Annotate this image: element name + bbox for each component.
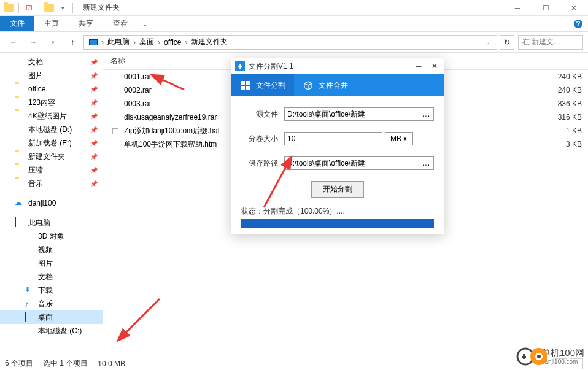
nav-recent-button[interactable]: ▾ xyxy=(44,34,61,50)
chevron-right-icon[interactable]: › xyxy=(100,38,105,47)
pic-icon xyxy=(25,258,34,268)
qat-checkbox-icon[interactable]: ☑ xyxy=(23,2,35,14)
status-size: 10.0 MB xyxy=(98,360,125,368)
address-bar: ← → ▾ ↑ › 此电脑 › 桌面 › office › 新建文件夹 ⌄ ↻ … xyxy=(0,32,588,53)
tab-merge-label: 文件合并 xyxy=(319,80,348,91)
chevron-right-icon[interactable]: › xyxy=(184,38,188,47)
source-input[interactable] xyxy=(284,107,419,121)
pin-icon: 📌 xyxy=(90,72,98,79)
tab-home[interactable]: 主页 xyxy=(34,16,69,31)
tree-item[interactable]: 文档📌 xyxy=(0,55,103,69)
dialog-close-button[interactable]: ✕ xyxy=(429,61,440,72)
disk-icon xyxy=(25,326,34,336)
breadcrumb-pc-icon[interactable] xyxy=(87,39,100,45)
tab-file[interactable]: 文件 xyxy=(0,16,34,31)
pin-icon: 📌 xyxy=(90,180,98,187)
breadcrumb-item[interactable]: 新建文件夹 xyxy=(188,37,230,47)
watermark: 单机100网 danji100.com xyxy=(516,345,584,368)
chevron-right-icon[interactable]: › xyxy=(132,38,137,47)
ribbon-expand-icon[interactable]: ⌄ xyxy=(137,16,152,31)
tree-item[interactable]: ☁danji100 xyxy=(0,196,103,210)
tree-item[interactable]: 4K壁纸图片📌 xyxy=(0,109,103,123)
file-name: 单机100手游网下载帮助.htm xyxy=(124,139,217,150)
file-name: 0003.rar xyxy=(124,99,152,108)
rar-icon xyxy=(110,99,120,109)
browse-source-button[interactable]: ... xyxy=(419,107,434,121)
tree-item[interactable]: 123内容📌 xyxy=(0,96,103,109)
tree-item-label: 新加载卷 (E:) xyxy=(28,138,72,148)
nav-up-button[interactable]: ↑ xyxy=(64,34,81,50)
breadcrumb-item[interactable]: 桌面 xyxy=(137,37,157,47)
nav-forward-button[interactable]: → xyxy=(25,34,42,50)
help-icon[interactable]: ? xyxy=(573,16,588,31)
close-button[interactable]: ✕ xyxy=(560,0,588,16)
dialog-minimize-button[interactable]: ─ xyxy=(413,61,424,72)
doc-icon xyxy=(25,272,34,282)
tree-item[interactable]: 图片 xyxy=(0,256,103,270)
tree-item[interactable]: 压缩📌 xyxy=(0,163,103,177)
pin-icon: 📌 xyxy=(90,126,98,133)
folder-icon xyxy=(15,165,25,175)
tree-item[interactable]: 新建文件夹📌 xyxy=(0,150,103,163)
maximize-button[interactable]: ☐ xyxy=(532,0,560,16)
minimize-button[interactable]: ─ xyxy=(503,0,532,16)
svg-text:?: ? xyxy=(576,20,580,28)
breadcrumb[interactable]: › 此电脑 › 桌面 › office › 新建文件夹 ⌄ xyxy=(83,35,497,50)
size-input[interactable] xyxy=(284,132,382,145)
tree-item[interactable]: ⬇下载 xyxy=(0,283,103,297)
file-split-dialog: ✚ 文件分割V1.1 ─ ✕ 文件分割 文件合并 源文件 ... 分卷大小 xyxy=(231,58,444,234)
savepath-label: 保存路径 xyxy=(241,158,284,169)
pic-icon xyxy=(15,71,25,80)
pc-icon xyxy=(15,218,25,228)
breadcrumb-item[interactable]: 此电脑 xyxy=(105,37,132,47)
rar-icon xyxy=(110,85,120,95)
dialog-titlebar[interactable]: ✚ 文件分割V1.1 ─ ✕ xyxy=(231,58,444,74)
video-icon xyxy=(25,245,34,255)
tree-item[interactable]: 本地磁盘 (C:) xyxy=(0,324,103,337)
tree-item-label: 音乐 xyxy=(38,299,53,309)
grid-icon xyxy=(240,80,251,91)
tree-item[interactable]: 本地磁盘 (D:)📌 xyxy=(0,123,103,136)
tree-item[interactable]: 3D 对象 xyxy=(0,229,103,243)
tab-split[interactable]: 文件分割 xyxy=(231,74,294,96)
tree-item[interactable]: 音乐📌 xyxy=(0,177,103,190)
tree-item[interactable]: 此电脑 xyxy=(0,216,103,229)
tree-item[interactable]: office📌 xyxy=(0,82,103,96)
nav-back-button[interactable]: ← xyxy=(5,34,22,50)
pin-icon: 📌 xyxy=(90,99,98,106)
bat-icon xyxy=(110,126,120,136)
tree-item[interactable]: ♪音乐 xyxy=(0,297,103,310)
search-input[interactable]: 在 新建文... xyxy=(518,35,583,50)
watermark-logo-icon xyxy=(516,345,538,368)
chevron-down-icon[interactable]: ⌄ xyxy=(482,39,494,45)
folder-icon xyxy=(15,111,25,121)
start-split-button[interactable]: 开始分割 xyxy=(311,181,364,198)
tree-item-label: 此电脑 xyxy=(28,218,50,228)
tree-item-label: 压缩 xyxy=(28,165,43,175)
tree-item-label: 文档 xyxy=(28,57,43,67)
pin-icon: 📌 xyxy=(90,59,98,66)
tree-item[interactable]: 新加载卷 (E:)📌 xyxy=(0,136,103,150)
breadcrumb-item[interactable]: office xyxy=(161,38,184,47)
unit-select[interactable]: MB▼ xyxy=(385,132,413,145)
tree-item-label: 新建文件夹 xyxy=(28,152,65,162)
qat-dropdown-icon[interactable]: ▾ xyxy=(56,2,69,14)
status-bar: 6 个项目 选中 1 个项目 10.0 MB xyxy=(0,357,588,370)
source-label: 源文件 xyxy=(241,109,284,120)
tree-item[interactable]: 视频 xyxy=(0,243,103,256)
status-label: 状态： xyxy=(241,207,263,215)
tab-share[interactable]: 共享 xyxy=(69,16,103,31)
browse-savepath-button[interactable]: ... xyxy=(419,156,434,170)
tree-item[interactable]: 文档 xyxy=(0,270,103,283)
tree-item[interactable]: 桌面 xyxy=(0,310,103,324)
refresh-button[interactable]: ↻ xyxy=(500,35,514,50)
navigation-tree[interactable]: 文档📌图片📌office📌123内容📌4K壁纸图片📌本地磁盘 (D:)📌新加载卷… xyxy=(0,53,103,358)
file-size: 240 KB xyxy=(558,72,582,81)
tree-item[interactable]: 图片📌 xyxy=(0,69,103,82)
download-icon: ⬇ xyxy=(25,285,34,295)
file-size: 240 KB xyxy=(558,86,582,94)
tab-merge[interactable]: 文件合并 xyxy=(294,74,357,96)
chevron-right-icon[interactable]: › xyxy=(157,38,161,47)
tab-view[interactable]: 查看 xyxy=(103,16,137,31)
savepath-input[interactable] xyxy=(284,156,419,170)
